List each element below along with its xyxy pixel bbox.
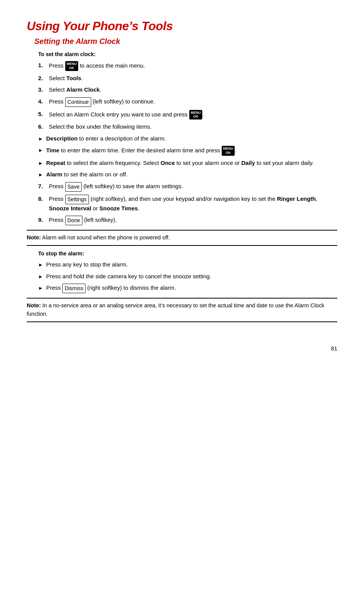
done-softkey: Done [65,216,82,225]
continue-softkey: Continue [65,97,91,107]
note-label-2: Note: [27,302,41,308]
section-title: Setting the Alarm Clock [34,37,337,46]
step-9: 9. Press Done (left softkey). [38,216,337,225]
step-8: 8. Press Settings (right softkey), and t… [38,195,337,213]
step-5: 5. Select an Alarm Clock entry you want … [38,110,337,120]
note-text-1: Alarm will not sound when the phone is p… [42,234,170,241]
bullet-arrow-icon: ► [38,147,43,154]
note-text-2: In a no-service area or an analog servic… [27,302,324,317]
bullet-arrow-icon: ► [38,284,43,292]
settings-softkey: Settings [65,195,89,204]
bullet-alarm: ► Alarm to set the alarm on or off. [38,170,337,179]
stop-alarm-section: To stop the alarm: ► Press any key to st… [27,250,337,293]
step-list-1: 1. Press MENUOK to access the main menu.… [38,61,337,131]
bullet-stop-3: ► Press Dismiss (right softkey) to dismi… [38,284,337,293]
bullet-arrow-icon: ► [38,135,43,143]
menu-icon-3: MENUOK [222,146,235,156]
bullet-stop-1: ► Press any key to stop the alarm. [38,260,337,269]
step-3: 3. Select Alarm Clock. [38,86,337,94]
bullet-list-1: ► Description to enter a description of … [38,134,337,179]
bullet-stop-2: ► Press and hold the side camera key to … [38,272,337,281]
step-7: 7. Press Save (left softkey) to save the… [38,182,337,192]
step-2: 2. Select Tools. [38,74,337,83]
page-number-container: 81 [27,345,337,352]
dismiss-softkey: Dismiss [62,284,85,293]
bullet-list-2: ► Press any key to stop the alarm. ► Pre… [38,260,337,293]
note-label-1: Note: [27,234,41,241]
bullet-arrow-icon: ► [38,261,43,269]
bullet-arrow-icon: ► [38,273,43,281]
bullet-description: ► Description to enter a description of … [38,134,337,143]
step-6: 6. Select the box under the following it… [38,123,337,131]
set-alarm-subheading: To set the alarm clock: [38,51,337,57]
chapter-title: Using Your Phone’s Tools [27,19,337,33]
note-box-1: Note: Alarm will not sound when the phon… [27,230,337,246]
bullet-arrow-icon: ► [38,160,43,167]
step-1: 1. Press MENUOK to access the main menu. [38,61,337,71]
menu-icon-1: MENUOK [65,61,79,71]
stop-alarm-subheading: To stop the alarm: [38,250,337,257]
bullet-arrow-icon: ► [38,171,43,179]
save-softkey: Save [65,182,82,192]
bullet-time: ► Time to enter the alarm time. Enter th… [38,146,337,156]
bullet-repeat: ► Repeat to select the alarm frequency. … [38,159,337,168]
step-list-2: 7. Press Save (left softkey) to save the… [38,182,337,226]
note-box-2: Note: In a no-service area or an analog … [27,298,337,322]
step-4: 4. Press Continue (left softkey) to cont… [38,97,337,107]
page-number: 81 [331,345,337,352]
menu-icon-2: MENUOK [189,110,203,120]
